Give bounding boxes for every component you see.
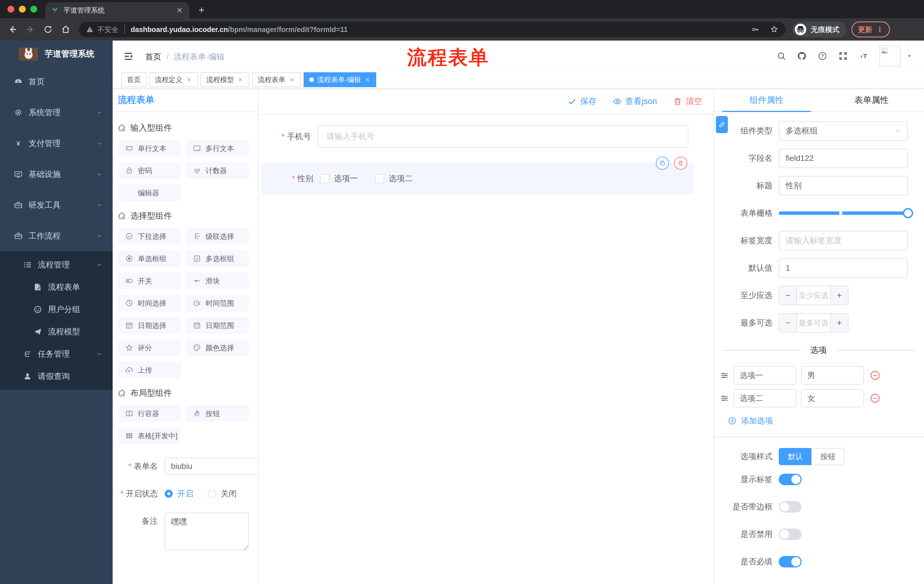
palette-component[interactable]: 颜色选择 bbox=[186, 339, 249, 356]
form-name-input[interactable] bbox=[165, 458, 259, 475]
palette-component[interactable]: 多选框组 bbox=[186, 250, 249, 267]
min-select-input[interactable] bbox=[797, 286, 830, 304]
browser-update-button[interactable]: 更新 ⋮ bbox=[851, 21, 890, 38]
window-minimize-button[interactable] bbox=[19, 6, 26, 13]
palette-component[interactable]: 日期范围 bbox=[186, 317, 249, 334]
palette-component[interactable]: 单行文本 bbox=[118, 140, 181, 156]
palette-component[interactable]: 滑块 bbox=[186, 273, 249, 289]
option-handle-icon[interactable] bbox=[720, 394, 729, 403]
label-width-input[interactable] bbox=[779, 231, 908, 250]
sidebar-item[interactable]: 研发工具 bbox=[0, 190, 113, 220]
palette-component[interactable]: 多行文本 bbox=[186, 140, 249, 156]
phone-field-row[interactable]: 手机号 bbox=[259, 125, 714, 148]
option-name-input[interactable] bbox=[734, 389, 797, 408]
view-json-button[interactable]: 查看json bbox=[613, 96, 657, 107]
forward-icon[interactable] bbox=[25, 24, 35, 35]
gender-option-checkbox[interactable]: 选项一 bbox=[320, 173, 358, 184]
sidebar-subitem[interactable]: 流程管理 bbox=[0, 254, 113, 276]
palette-component[interactable]: 单选框组 bbox=[118, 250, 181, 267]
save-button[interactable]: 保存 bbox=[568, 96, 597, 107]
checkbox-box[interactable] bbox=[320, 174, 329, 183]
reload-icon[interactable] bbox=[43, 24, 53, 35]
default-value-input[interactable] bbox=[779, 258, 908, 278]
minus-circle-icon[interactable] bbox=[870, 370, 881, 381]
sidebar-subitem[interactable]: 请假查询 bbox=[0, 365, 113, 387]
palette-component[interactable]: 上传 bbox=[118, 362, 181, 378]
palette-component[interactable]: 表格[开发中] bbox=[118, 428, 181, 444]
sidebar-item[interactable]: 首页 bbox=[0, 66, 113, 97]
palette-component[interactable]: 行容器 bbox=[118, 405, 181, 422]
tags-view-tab[interactable]: 流程定义 bbox=[149, 72, 198, 87]
font-size-icon[interactable]: TT bbox=[859, 51, 868, 61]
palette-component[interactable]: 时间选择 bbox=[118, 295, 181, 311]
sidebar-subitem[interactable]: 流程模型 bbox=[0, 321, 113, 343]
stepper-plus-button[interactable]: + bbox=[830, 314, 848, 332]
close-icon[interactable] bbox=[186, 77, 192, 83]
window-close-button[interactable] bbox=[7, 6, 14, 13]
breadcrumb-home[interactable]: 首页 bbox=[145, 51, 161, 62]
status-radio[interactable]: 关闭 bbox=[208, 485, 237, 502]
stepper-minus-button[interactable]: − bbox=[779, 286, 797, 304]
sidebar-item[interactable]: 工作流程 bbox=[0, 220, 113, 252]
bookmark-star-icon[interactable] bbox=[770, 25, 779, 34]
tab-close-icon[interactable] bbox=[175, 6, 183, 14]
option-value-input[interactable] bbox=[801, 389, 864, 408]
palette-component[interactable]: 时间范围 bbox=[186, 295, 249, 311]
add-option-button[interactable]: 添加选项 bbox=[728, 415, 924, 426]
home-icon[interactable] bbox=[61, 24, 71, 35]
key-icon[interactable] bbox=[751, 25, 760, 34]
link-button[interactable] bbox=[716, 116, 728, 133]
sidebar-subitem[interactable]: 任务管理 bbox=[0, 343, 113, 365]
palette-component[interactable]: 日期选择 bbox=[118, 317, 181, 334]
palette-component[interactable]: 开关 bbox=[118, 273, 181, 289]
field-name-input[interactable] bbox=[779, 148, 908, 168]
palette-component[interactable]: 123计数器 bbox=[186, 162, 249, 179]
toggle-switch[interactable] bbox=[779, 556, 802, 568]
sidebar-subitem[interactable]: 流程表单 bbox=[0, 276, 113, 298]
sidebar-subitem[interactable]: 用户分组 bbox=[0, 298, 113, 321]
palette-component[interactable]: 级联选择 bbox=[186, 228, 249, 245]
component-type-select[interactable]: 多选框组 bbox=[779, 121, 908, 141]
fullscreen-icon[interactable] bbox=[838, 51, 848, 61]
new-tab-button[interactable] bbox=[197, 6, 206, 14]
title-input[interactable] bbox=[779, 176, 908, 196]
status-radio[interactable]: 开启 bbox=[165, 485, 193, 502]
sidebar-item[interactable]: ¥支付管理 bbox=[0, 128, 113, 159]
sidebar-collapse-icon[interactable] bbox=[123, 51, 134, 62]
help-icon[interactable]: ? bbox=[818, 51, 827, 61]
toggle-switch[interactable] bbox=[779, 528, 802, 540]
avatar[interactable] bbox=[879, 45, 901, 67]
minus-circle-icon[interactable] bbox=[870, 393, 881, 404]
option-style-default[interactable]: 默认 bbox=[779, 448, 811, 465]
tags-view-tab[interactable]: 首页 bbox=[121, 72, 146, 87]
toggle-switch[interactable] bbox=[779, 501, 802, 513]
checkbox-box[interactable] bbox=[375, 174, 384, 183]
window-zoom-button[interactable] bbox=[30, 6, 37, 13]
sidebar-item[interactable]: 系统管理 bbox=[0, 97, 113, 128]
stepper-plus-button[interactable]: + bbox=[830, 286, 848, 304]
stepper-minus-button[interactable]: − bbox=[779, 314, 797, 332]
clear-button[interactable]: 清空 bbox=[673, 96, 702, 107]
slider-thumb[interactable] bbox=[903, 208, 913, 218]
option-handle-icon[interactable] bbox=[720, 371, 729, 380]
phone-input[interactable] bbox=[318, 125, 688, 148]
address-bar[interactable]: 不安全 dashboard.yudao.iocoder.cn/bpm/manag… bbox=[79, 22, 785, 37]
browser-tab[interactable]: 芋道管理系统 bbox=[45, 2, 189, 18]
tags-view-tab[interactable]: 流程表单-编辑 bbox=[304, 72, 376, 87]
tab-form-props[interactable]: 表单属性 bbox=[819, 89, 924, 112]
delete-component-button[interactable] bbox=[674, 156, 687, 170]
option-value-input[interactable] bbox=[801, 366, 864, 385]
avatar-caret-down-icon[interactable] bbox=[906, 53, 912, 59]
close-icon[interactable] bbox=[364, 77, 371, 83]
option-name-input[interactable] bbox=[734, 366, 797, 385]
github-icon[interactable] bbox=[797, 51, 807, 61]
close-icon[interactable] bbox=[289, 77, 295, 83]
palette-component[interactable]: 按钮 bbox=[186, 405, 249, 422]
palette-component[interactable]: 评分 bbox=[118, 339, 181, 356]
tags-view-tab[interactable]: 流程表单 bbox=[252, 72, 301, 87]
back-icon[interactable] bbox=[7, 24, 18, 35]
search-icon[interactable] bbox=[777, 51, 786, 61]
tab-component-props[interactable]: 组件属性 bbox=[714, 89, 819, 112]
palette-component[interactable]: 密码 bbox=[118, 162, 181, 179]
copy-component-button[interactable] bbox=[656, 156, 669, 170]
